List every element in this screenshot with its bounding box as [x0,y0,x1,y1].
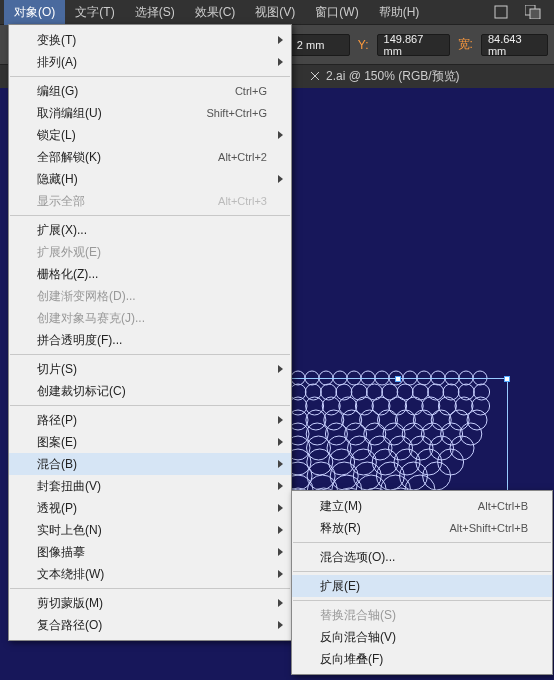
menu-window[interactable]: 窗口(W) [305,0,368,25]
menu-item-label: 文本绕排(W) [37,566,267,583]
submenu-arrow-icon [278,36,283,44]
menu-item-label: 拼合透明度(F)... [37,332,267,349]
arrange-icon[interactable] [524,4,542,20]
object-menu-item[interactable]: 混合(B) [9,453,291,475]
object-menu-item: 显示全部Alt+Ctrl+3 [9,190,291,212]
handle-n[interactable] [395,376,401,382]
blend-submenu-item: 替换混合轴(S) [292,604,552,626]
object-menu-item: 创建渐变网格(D)... [9,285,291,307]
object-menu-item[interactable]: 隐藏(H) [9,168,291,190]
menu-shortcut: Ctrl+G [235,85,267,97]
menu-item-label: 排列(A) [37,54,267,71]
submenu-arrow-icon [278,621,283,629]
submenu-arrow-icon [278,460,283,468]
submenu-arrow-icon [278,58,283,66]
object-menu-item[interactable]: 排列(A) [9,51,291,73]
blend-submenu-item[interactable]: 建立(M)Alt+Ctrl+B [292,495,552,517]
menu-item-label: 创建渐变网格(D)... [37,288,267,305]
blend-submenu-item[interactable]: 释放(R)Alt+Shift+Ctrl+B [292,517,552,539]
submenu-arrow-icon [278,504,283,512]
menu-item-label: 取消编组(U) [37,105,206,122]
menu-item-label: 扩展(X)... [37,222,267,239]
object-menu-item[interactable]: 图像描摹 [9,541,291,563]
submenu-arrow-icon [278,548,283,556]
submenu-arrow-icon [278,175,283,183]
menu-item-label: 替换混合轴(S) [320,607,528,624]
submenu-arrow-icon [278,526,283,534]
menu-shortcut: Alt+Ctrl+2 [218,151,267,163]
menu-effect[interactable]: 效果(C) [185,0,246,25]
menu-item-label: 图像描摹 [37,544,267,561]
svg-rect-0 [495,6,507,18]
object-menu-item[interactable]: 透视(P) [9,497,291,519]
x-field[interactable]: 2 mm [290,34,350,56]
menu-shortcut: Alt+Shift+Ctrl+B [449,522,528,534]
menu-shortcut: Alt+Ctrl+B [478,500,528,512]
menu-item-label: 实时上色(N) [37,522,267,539]
menu-item-label: 复合路径(O) [37,617,267,634]
menu-view[interactable]: 视图(V) [245,0,305,25]
blend-submenu-item[interactable]: 反向混合轴(V) [292,626,552,648]
menu-item-label: 扩展外观(E) [37,244,267,261]
doc-icon[interactable] [492,4,510,20]
object-menu-item[interactable]: 切片(S) [9,358,291,380]
object-menu-item[interactable]: 复合路径(O) [9,614,291,636]
submenu-arrow-icon [278,416,283,424]
blend-submenu-item[interactable]: 反向堆叠(F) [292,648,552,670]
tab-document[interactable]: 2.ai @ 150% (RGB/预览) [300,64,470,89]
submenu-arrow-icon [278,482,283,490]
menu-item-label: 全部解锁(K) [37,149,218,166]
menu-item-label: 栅格化(Z)... [37,266,267,283]
y-field[interactable]: 149.867 mm [377,34,450,56]
blend-submenu-item[interactable]: 混合选项(O)... [292,546,552,568]
menu-item-label: 透视(P) [37,500,267,517]
object-menu-item[interactable]: 图案(E) [9,431,291,453]
menu-item-label: 编组(G) [37,83,235,100]
object-menu-item[interactable]: 路径(P) [9,409,291,431]
tab-close-icon[interactable] [310,70,320,84]
handle-ne[interactable] [504,376,510,382]
object-menu-item[interactable]: 栅格化(Z)... [9,263,291,285]
w-field[interactable]: 84.643 mm [481,34,548,56]
object-menu-item[interactable]: 文本绕排(W) [9,563,291,585]
menu-item-label: 剪切蒙版(M) [37,595,267,612]
blend-submenu-item[interactable]: 扩展(E) [292,575,552,597]
svg-rect-2 [530,9,540,19]
menu-item-label: 封套扭曲(V) [37,478,267,495]
menu-item-label: 混合选项(O)... [320,549,528,566]
object-menu-item[interactable]: 扩展(X)... [9,219,291,241]
object-menu-item[interactable]: 全部解锁(K)Alt+Ctrl+2 [9,146,291,168]
menu-item-label: 锁定(L) [37,127,267,144]
menu-item-label: 建立(M) [320,498,478,515]
w-label: 宽: [454,36,477,53]
menu-item-label: 创建裁切标记(C) [37,383,267,400]
object-menu-item[interactable]: 创建裁切标记(C) [9,380,291,402]
menu-item-label: 变换(T) [37,32,267,49]
menu-select[interactable]: 选择(S) [125,0,185,25]
object-menu-item[interactable]: 实时上色(N) [9,519,291,541]
menu-item-label: 路径(P) [37,412,267,429]
blend-submenu: 建立(M)Alt+Ctrl+B释放(R)Alt+Shift+Ctrl+B混合选项… [291,490,553,675]
submenu-arrow-icon [278,365,283,373]
tab-label: 2.ai @ 150% (RGB/预览) [326,68,460,85]
object-menu-item[interactable]: 拼合透明度(F)... [9,329,291,351]
object-menu-item[interactable]: 编组(G)Ctrl+G [9,80,291,102]
object-menu-item: 扩展外观(E) [9,241,291,263]
object-menu-item[interactable]: 变换(T) [9,29,291,51]
object-menu-item[interactable]: 锁定(L) [9,124,291,146]
y-label: Y: [354,38,373,52]
menu-object[interactable]: 对象(O) [4,0,65,25]
object-menu-item[interactable]: 剪切蒙版(M) [9,592,291,614]
menu-item-label: 切片(S) [37,361,267,378]
object-menu-dropdown: 变换(T)排列(A)编组(G)Ctrl+G取消编组(U)Shift+Ctrl+G… [8,24,292,641]
menu-shortcut: Alt+Ctrl+3 [218,195,267,207]
submenu-arrow-icon [278,599,283,607]
object-menu-item[interactable]: 封套扭曲(V) [9,475,291,497]
menu-item-label: 隐藏(H) [37,171,267,188]
menu-help[interactable]: 帮助(H) [369,0,430,25]
menu-item-label: 释放(R) [320,520,449,537]
object-menu-item[interactable]: 取消编组(U)Shift+Ctrl+G [9,102,291,124]
menu-item-label: 反向混合轴(V) [320,629,528,646]
menu-type[interactable]: 文字(T) [65,0,124,25]
menu-item-label: 创建对象马赛克(J)... [37,310,267,327]
